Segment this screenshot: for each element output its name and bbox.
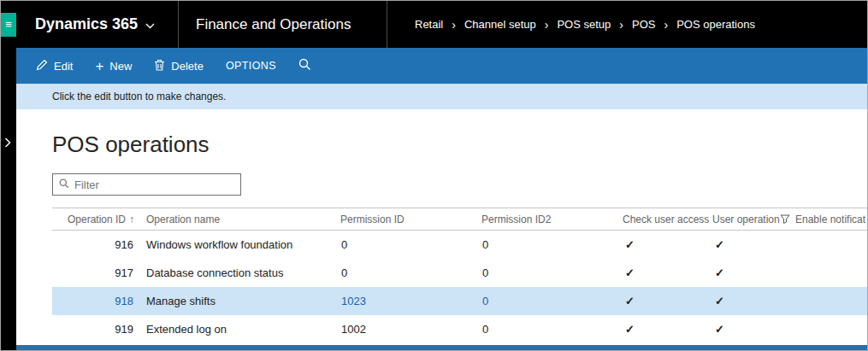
cell-operation-name[interactable]: Database connection status: [142, 259, 337, 287]
table-row[interactable]: 919 Extended log on 1002 0 ✓ ✓: [52, 315, 867, 343]
column-header-permission-id2[interactable]: Permission ID2: [478, 208, 619, 231]
column-header-check-user-access[interactable]: Check user access: [619, 208, 709, 231]
hamburger-icon: ≡: [5, 18, 12, 31]
breadcrumb-item[interactable]: POS: [632, 18, 655, 31]
app-window: ≡ Dynamics 365 Finance and Operations Re…: [0, 0, 868, 351]
breadcrumb-separator-icon: ›: [544, 18, 550, 32]
cell-enable-notifications[interactable]: [792, 231, 867, 259]
chevron-right-icon: [4, 137, 11, 150]
edit-button-label: Edit: [54, 60, 73, 73]
notification-message: Click the edit button to make changes.: [52, 91, 226, 102]
cell-user-operation[interactable]: ✓: [709, 259, 792, 287]
trash-icon: [154, 59, 165, 73]
cell-permission-id[interactable]: 1023: [337, 287, 478, 315]
pencil-icon: [36, 59, 48, 73]
column-header-operation-id[interactable]: Operation ID↑: [52, 208, 142, 231]
sort-ascending-icon: ↑: [129, 214, 134, 225]
cell-permission-id2[interactable]: 0: [478, 287, 619, 315]
cell-user-operation[interactable]: ✓: [709, 287, 792, 315]
cell-enable-notifications[interactable]: [792, 259, 867, 287]
action-toolbar: Edit + New Delete OPTIONS: [16, 48, 867, 84]
table-row[interactable]: 918 Manage shifts 1023 0 ✓ ✓: [52, 287, 867, 315]
cell-check-user-access[interactable]: ✓: [619, 259, 709, 287]
operations-table-wrapper: Operation ID↑ Operation name Permission …: [52, 208, 867, 350]
main-content: POS operations Operation ID↑: [16, 109, 867, 350]
cell-check-user-access[interactable]: ✓: [619, 231, 709, 259]
app-name: Dynamics 365: [35, 15, 138, 33]
search-icon: [298, 58, 311, 73]
page-title: POS operations: [52, 132, 867, 158]
delete-button-label: Delete: [171, 60, 204, 73]
cell-operation-id[interactable]: 917: [52, 259, 142, 287]
cell-user-operation[interactable]: ✓: [709, 315, 792, 343]
cell-permission-id[interactable]: 0: [337, 259, 478, 287]
cell-permission-id2[interactable]: 0: [478, 315, 619, 343]
cell-enable-notifications[interactable]: [792, 287, 867, 315]
filter-box: [52, 173, 241, 196]
table-row[interactable]: 917 Database connection status 0 0 ✓ ✓: [52, 259, 867, 287]
breadcrumb-item[interactable]: POS setup: [557, 18, 611, 31]
breadcrumb-separator-icon: ›: [618, 18, 624, 32]
cell-permission-id2[interactable]: 0: [478, 231, 619, 259]
cell-operation-id[interactable]: 916: [52, 231, 142, 259]
cell-user-operation[interactable]: ✓: [709, 231, 792, 259]
cell-operation-name[interactable]: Extended log on: [142, 315, 337, 343]
delete-button[interactable]: Delete: [143, 48, 215, 84]
edit-button[interactable]: Edit: [25, 48, 84, 84]
breadcrumb-item[interactable]: Retail: [415, 18, 443, 31]
table-body: 916 Windows workflow foundation 0 0 ✓ ✓ …: [52, 231, 867, 351]
left-nav-rail: [1, 48, 16, 350]
filter-input[interactable]: [74, 178, 234, 191]
product-name[interactable]: Finance and Operations: [178, 1, 387, 48]
breadcrumb-item[interactable]: POS operations: [676, 18, 755, 31]
cell-permission-id[interactable]: 0: [337, 231, 478, 259]
breadcrumb: Retail › Channel setup › POS setup › POS…: [387, 18, 755, 32]
new-button-label: New: [109, 60, 132, 73]
filter-funnel-icon[interactable]: [780, 214, 790, 224]
options-button-label: OPTIONS: [226, 60, 276, 72]
app-launcher[interactable]: Dynamics 365: [16, 1, 178, 48]
column-header-operation-name[interactable]: Operation name: [142, 208, 337, 231]
table-row[interactable]: 916 Windows workflow foundation 0 0 ✓ ✓: [52, 231, 867, 259]
column-header-enable-notifications[interactable]: Enable notificat: [792, 208, 867, 231]
column-header-user-operation[interactable]: User operation: [709, 208, 792, 231]
cell-permission-id[interactable]: 1002: [337, 315, 478, 343]
options-button[interactable]: OPTIONS: [215, 48, 287, 84]
cell-operation-name[interactable]: Windows workflow foundation: [142, 231, 337, 259]
breadcrumb-separator-icon: ›: [663, 18, 669, 32]
breadcrumb-separator-icon: ›: [451, 18, 457, 32]
cell-operation-id[interactable]: 919: [52, 315, 142, 343]
top-navbar: ≡ Dynamics 365 Finance and Operations Re…: [1, 1, 867, 48]
cell-operation-name[interactable]: Manage shifts: [142, 287, 337, 315]
plus-icon: +: [95, 59, 103, 73]
filter-search-icon: [59, 177, 69, 192]
notification-bar: Click the edit button to make changes.: [16, 84, 867, 109]
hamburger-menu-button[interactable]: ≡: [1, 13, 16, 37]
table-header-row: Operation ID↑ Operation name Permission …: [52, 208, 867, 231]
new-button[interactable]: + New: [84, 48, 143, 84]
chevron-down-icon: [145, 17, 155, 32]
breadcrumb-item[interactable]: Channel setup: [464, 18, 536, 31]
cell-permission-id2[interactable]: 0: [478, 259, 619, 287]
expand-nav-button[interactable]: [4, 137, 11, 150]
cell-operation-id[interactable]: 918: [52, 287, 142, 315]
column-header-permission-id[interactable]: Permission ID: [337, 208, 478, 231]
bottom-bar: [16, 345, 867, 350]
operations-table: Operation ID↑ Operation name Permission …: [52, 208, 867, 350]
cell-check-user-access[interactable]: ✓: [619, 315, 709, 343]
toolbar-search-button[interactable]: [287, 48, 322, 84]
cell-enable-notifications[interactable]: [792, 315, 867, 343]
cell-check-user-access[interactable]: ✓: [619, 287, 709, 315]
